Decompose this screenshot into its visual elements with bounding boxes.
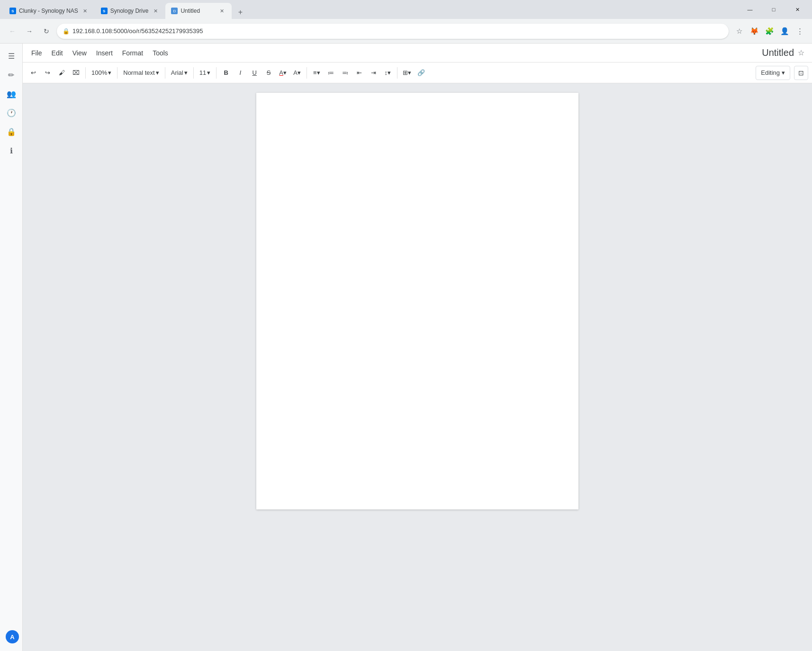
font-label: Arial [171, 69, 183, 76]
tab-close-clunky[interactable]: ✕ [81, 7, 90, 15]
title-bar: S Clunky - Synology NAS ✕ S Synology Dri… [0, 0, 812, 19]
link-button[interactable]: 🔗 [415, 66, 428, 80]
strikethrough-button[interactable]: S [262, 66, 275, 80]
indent-left-button[interactable]: ⇤ [352, 66, 366, 80]
sidebar-lock-icon[interactable]: 🔒 [3, 123, 20, 140]
doc-star-button[interactable]: ☆ [798, 48, 804, 57]
separator-7 [397, 67, 397, 79]
close-button[interactable]: ✕ [786, 1, 808, 18]
clear-format-button[interactable]: ⌧ [69, 66, 82, 80]
browser-menu-icon[interactable]: ⋮ [793, 25, 806, 38]
line-spacing-button[interactable]: ↕▾ [381, 66, 394, 80]
menu-file[interactable]: File [27, 45, 47, 61]
forward-button[interactable]: → [23, 25, 36, 38]
window-controls: — □ ✕ [739, 1, 808, 18]
left-sidebar: ☰ ✏ 👥 🕐 🔒 ℹ [0, 44, 23, 651]
back-button[interactable]: ← [6, 25, 19, 38]
editing-arrow: ▾ [782, 69, 785, 76]
italic-button[interactable]: I [234, 66, 247, 80]
doc-title-header: Untitled [762, 47, 794, 58]
align-arrow: ▾ [317, 69, 320, 76]
address-bar: ← → ↻ 🔒 192.168.0.108:5000/oo/r/56352425… [0, 19, 812, 44]
editing-area: Editing ▾ ⊡ [756, 66, 808, 80]
tab-synology-drive[interactable]: S Synology Drive ✕ [95, 3, 166, 19]
menu-format[interactable]: Format [117, 45, 148, 61]
app-area: ☰ ✏ 👥 🕐 🔒 ℹ File Edit View Insert Format… [0, 44, 812, 651]
tabs-area: S Clunky - Synology NAS ✕ S Synology Dri… [4, 0, 739, 19]
browser-toolbar-icons: ☆ 🦊 🧩 👤 ⋮ [732, 25, 806, 38]
tab-title-clunky: Clunky - Synology NAS [19, 8, 78, 14]
redo-button[interactable]: ↪ [41, 66, 54, 80]
toolbar: ↩ ↪ 🖌 ⌧ 100% ▾ Normal text ▾ Arial ▾ [23, 62, 812, 83]
star-icon[interactable]: ☆ [732, 25, 746, 38]
url-text: 192.168.0.108:5000/oo/r/5635242521799353… [72, 27, 203, 35]
security-icon: 🔒 [63, 28, 70, 35]
undo-button[interactable]: ↩ [27, 66, 40, 80]
menu-insert[interactable]: Insert [91, 45, 117, 61]
address-input[interactable]: 🔒 192.168.0.108:5000/oo/r/56352425217993… [57, 24, 729, 39]
extension-icon[interactable]: 🧩 [763, 25, 776, 38]
menu-tools[interactable]: Tools [148, 45, 173, 61]
tab-untitled[interactable]: D Untitled ✕ [165, 3, 232, 19]
paint-format-button[interactable]: 🖌 [55, 66, 68, 80]
sidebar-history-icon[interactable]: 🕐 [3, 104, 20, 121]
spacing-arrow: ▾ [388, 69, 391, 76]
tab-clunky[interactable]: S Clunky - Synology NAS ✕ [4, 3, 95, 19]
new-tab-button[interactable]: + [234, 6, 247, 19]
menu-edit[interactable]: Edit [47, 45, 68, 61]
font-size-dropdown[interactable]: 11 ▾ [197, 66, 213, 80]
separator-4 [193, 67, 194, 79]
align-button[interactable]: ≡▾ [310, 66, 323, 80]
font-size-arrow: ▾ [207, 69, 210, 76]
indent-right-button[interactable]: ⇥ [367, 66, 380, 80]
zoom-label: 100% [91, 69, 107, 76]
menu-bar: File Edit View Insert Format Tools Untit… [23, 44, 812, 62]
separator-3 [165, 67, 165, 79]
highlight-arrow: ▾ [298, 69, 301, 76]
main-content: File Edit View Insert Format Tools Untit… [23, 44, 812, 651]
user-avatar[interactable]: A [6, 630, 19, 643]
highlight-button[interactable]: A ▾ [290, 66, 304, 80]
browser-frame: S Clunky - Synology NAS ✕ S Synology Dri… [0, 0, 812, 651]
sidebar-info-icon[interactable]: ℹ [3, 142, 20, 159]
tab-title-synology: Synology Drive [110, 8, 149, 14]
firefox-extension-icon[interactable]: 🦊 [748, 25, 761, 38]
text-color-arrow: ▾ [283, 69, 287, 76]
layout-button[interactable]: ⊡ [794, 66, 808, 80]
text-color-button[interactable]: A ▾ [276, 66, 289, 80]
highlight-icon: A [293, 69, 298, 76]
underline-button[interactable]: U [248, 66, 261, 80]
menu-view[interactable]: View [68, 45, 91, 61]
profile-icon[interactable]: 👤 [778, 25, 791, 38]
minimize-button[interactable]: — [739, 1, 761, 18]
font-arrow: ▾ [184, 69, 188, 76]
tab-close-untitled[interactable]: ✕ [217, 7, 226, 15]
reload-button[interactable]: ↻ [40, 25, 53, 38]
tab-close-synology[interactable]: ✕ [151, 7, 160, 15]
font-size-label: 11 [199, 69, 206, 76]
font-dropdown[interactable]: Arial ▾ [168, 66, 190, 80]
bold-button[interactable]: B [219, 66, 233, 80]
style-arrow: ▾ [156, 69, 159, 76]
style-dropdown[interactable]: Normal text ▾ [120, 66, 162, 80]
separator-6 [307, 67, 307, 79]
tab-title-untitled: Untitled [180, 8, 215, 14]
editing-dropdown[interactable]: Editing ▾ [756, 66, 790, 80]
style-label: Normal text [123, 69, 154, 76]
ordered-list-button[interactable]: ≔ [324, 66, 337, 80]
table-arrow: ▾ [408, 69, 411, 76]
text-color-icon: A [279, 69, 283, 76]
zoom-arrow: ▾ [108, 69, 111, 76]
table-button[interactable]: ⊞▾ [400, 66, 414, 80]
sidebar-menu-icon[interactable]: ☰ [3, 47, 20, 64]
sidebar-people-icon[interactable]: 👥 [3, 85, 20, 102]
tab-favicon-untitled: D [171, 8, 178, 14]
maximize-button[interactable]: □ [763, 1, 785, 18]
separator-1 [85, 67, 86, 79]
unordered-list-button[interactable]: ≕ [338, 66, 352, 80]
doc-area[interactable] [23, 83, 812, 651]
doc-page[interactable] [256, 93, 578, 509]
sidebar-pencil-icon[interactable]: ✏ [3, 66, 20, 83]
separator-2 [117, 67, 117, 79]
zoom-dropdown[interactable]: 100% ▾ [89, 66, 114, 80]
